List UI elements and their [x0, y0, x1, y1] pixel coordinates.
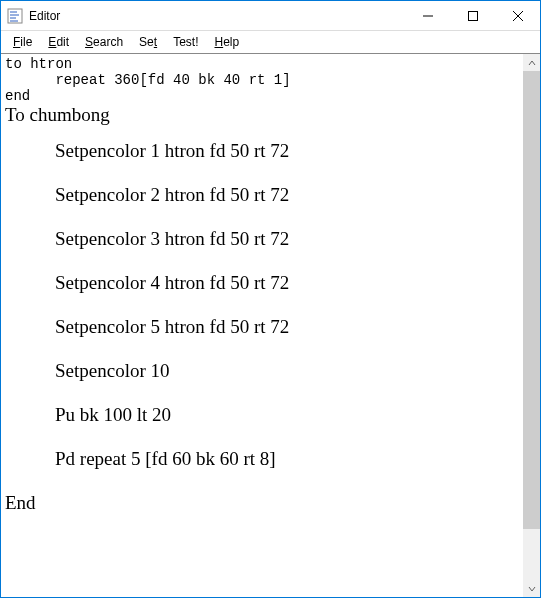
svg-rect-6	[468, 11, 477, 20]
code-line: Setpencolor 5 htron fd 50 rt 72	[55, 316, 519, 338]
maximize-button[interactable]	[450, 1, 495, 30]
client-area: to htron repeat 360[fd 40 bk 40 rt 1] en…	[1, 53, 540, 597]
code-line: Setpencolor 3 htron fd 50 rt 72	[55, 228, 519, 250]
scroll-thumb[interactable]	[523, 71, 540, 529]
menu-bar: File Edit Search Set Test! Help	[1, 31, 540, 53]
minimize-button[interactable]	[405, 1, 450, 30]
proc-header: To chumbong	[5, 104, 519, 126]
title-bar: Editor	[1, 1, 540, 31]
code-line: Pd repeat 5 [fd 60 bk 60 rt 8]	[55, 448, 519, 470]
scroll-track[interactable]	[523, 71, 540, 580]
code-serif-block: To chumbong Setpencolor 1 htron fd 50 rt…	[1, 104, 523, 518]
code-line: Setpencolor 2 htron fd 50 rt 72	[55, 184, 519, 206]
code-line: Setpencolor 10	[55, 360, 519, 382]
code-line: Pu bk 100 lt 20	[55, 404, 519, 426]
code-line: Setpencolor 1 htron fd 50 rt 72	[55, 140, 519, 162]
code-mono-block: to htron repeat 360[fd 40 bk 40 rt 1] en…	[1, 54, 523, 104]
vertical-scrollbar[interactable]	[523, 54, 540, 597]
editor-pane[interactable]: to htron repeat 360[fd 40 bk 40 rt 1] en…	[1, 54, 523, 597]
code-line: Setpencolor 4 htron fd 50 rt 72	[55, 272, 519, 294]
menu-test[interactable]: Test!	[165, 33, 206, 51]
window-title: Editor	[29, 9, 60, 23]
menu-set[interactable]: Set	[131, 33, 165, 51]
menu-file[interactable]: File	[5, 33, 40, 51]
app-icon	[7, 8, 23, 24]
menu-edit[interactable]: Edit	[40, 33, 77, 51]
proc-end: End	[5, 492, 519, 514]
scroll-up-button[interactable]	[523, 54, 540, 71]
close-button[interactable]	[495, 1, 540, 30]
menu-search[interactable]: Search	[77, 33, 131, 51]
menu-help[interactable]: Help	[206, 33, 247, 51]
scroll-down-button[interactable]	[523, 580, 540, 597]
